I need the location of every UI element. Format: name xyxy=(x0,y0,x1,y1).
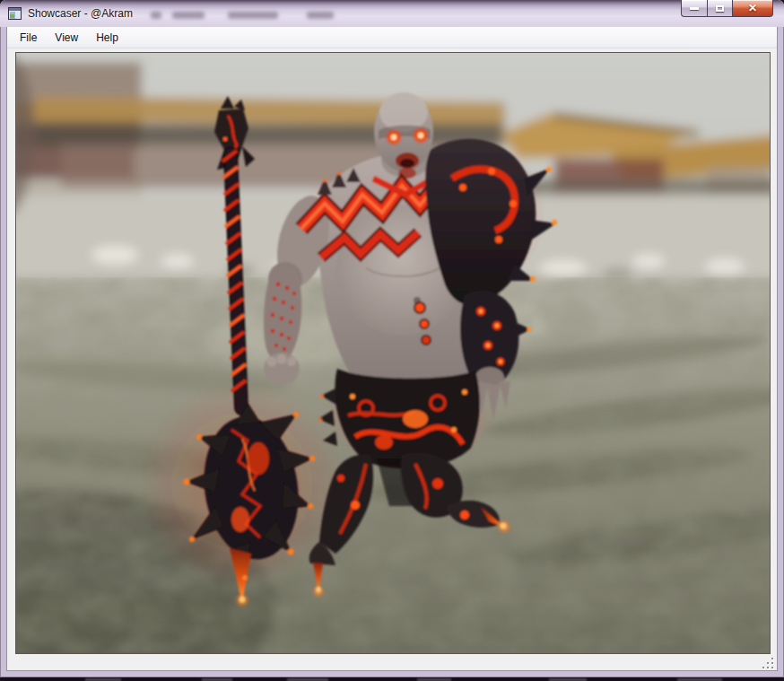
minimize-button[interactable] xyxy=(681,0,707,17)
3d-viewport[interactable] xyxy=(15,52,771,654)
caption-button-group: ✕ xyxy=(681,0,773,17)
background-window-smudge xyxy=(172,12,205,19)
application-window: Showcaser - @Akram ✕ File View Help xyxy=(0,0,784,677)
window-title: Showcaser - @Akram xyxy=(28,7,133,20)
maximize-icon xyxy=(716,5,724,12)
menu-bar: File View Help xyxy=(7,27,777,48)
menu-item-help[interactable]: Help xyxy=(87,29,127,47)
maximize-button[interactable] xyxy=(707,0,733,17)
close-button[interactable]: ✕ xyxy=(733,0,773,17)
resize-grip-icon[interactable] xyxy=(761,657,773,668)
background-window-smudge xyxy=(307,12,334,19)
application-window-icon[interactable] xyxy=(8,7,22,20)
menu-item-view[interactable]: View xyxy=(46,29,87,47)
client-area xyxy=(7,49,777,670)
app-icon-accent xyxy=(10,14,14,18)
title-bar[interactable]: Showcaser - @Akram xyxy=(0,0,784,27)
app-icon-titlebar-stripe xyxy=(9,8,21,11)
minimize-icon xyxy=(690,7,699,10)
close-icon: ✕ xyxy=(748,3,757,13)
background-window-smudge xyxy=(228,12,278,19)
menu-item-file[interactable]: File xyxy=(11,29,46,47)
background-window-smudge xyxy=(151,12,161,19)
